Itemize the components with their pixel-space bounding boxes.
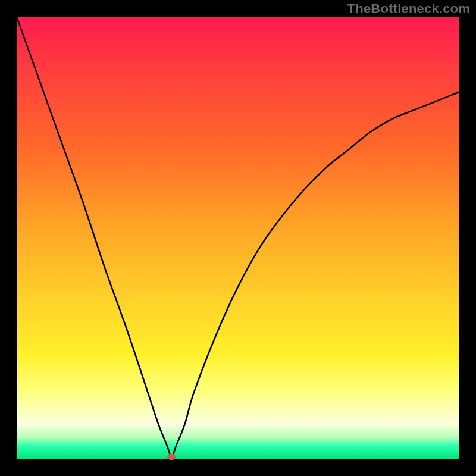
bottleneck-curve [17, 17, 459, 459]
optimal-point-marker [167, 454, 176, 460]
chart-frame: TheBottleneck.com [0, 0, 476, 476]
watermark-text: TheBottleneck.com [347, 1, 470, 17]
plot-area [17, 17, 459, 459]
